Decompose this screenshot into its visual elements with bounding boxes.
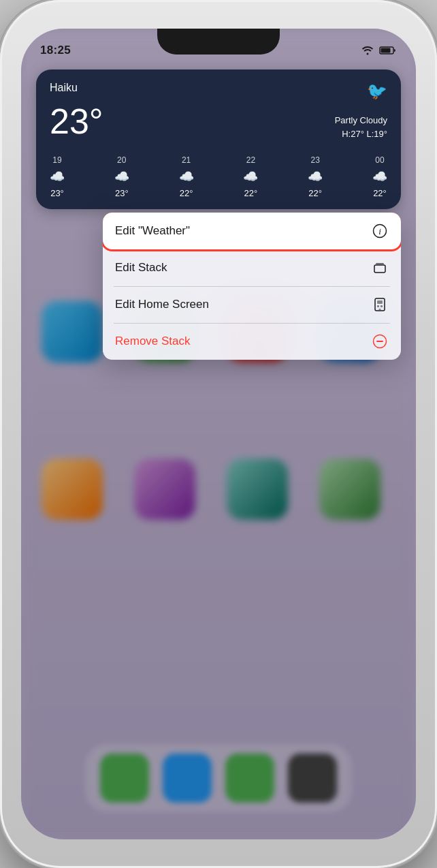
menu-item-edit-weather-label: Edit "Weather" xyxy=(115,224,190,238)
battery-icon xyxy=(379,46,397,55)
forecast-item-4: 23 ☁️ 22° xyxy=(308,155,323,198)
svg-rect-4 xyxy=(374,265,385,273)
menu-item-edit-stack[interactable]: Edit Stack xyxy=(103,249,401,286)
phone-screen: 18:25 Haiku 🐦 xyxy=(21,29,416,839)
widget-condition-info: Partly Cloudy H:27° L:19° xyxy=(335,114,387,140)
forecast-item-5: 00 ☁️ 22° xyxy=(372,155,387,198)
widget-temp-row: 23° Partly Cloudy H:27° L:19° xyxy=(50,104,387,140)
forecast-temp-5: 22° xyxy=(373,188,387,198)
forecast-hour-5: 00 xyxy=(375,155,384,165)
forecast-temp-4: 22° xyxy=(308,188,322,198)
info-icon: i xyxy=(371,222,389,240)
widget-high-low: H:27° L:19° xyxy=(335,127,387,141)
forecast-hour-2: 21 xyxy=(182,155,191,165)
phone-frame: 18:25 Haiku 🐦 xyxy=(0,0,437,868)
menu-item-remove-stack[interactable]: Remove Stack xyxy=(103,323,401,360)
forecast-hour-3: 22 xyxy=(246,155,255,165)
svg-text:i: i xyxy=(378,226,381,236)
forecast-hour-4: 23 xyxy=(311,155,320,165)
svg-rect-10 xyxy=(379,309,381,310)
status-time: 18:25 xyxy=(40,44,71,57)
menu-item-edit-weather[interactable]: Edit "Weather" i xyxy=(103,213,401,249)
widget-bird-icon: 🐦 xyxy=(367,82,387,101)
forecast-hour-0: 19 xyxy=(52,155,61,165)
svg-rect-1 xyxy=(381,48,391,53)
homescreen-icon xyxy=(371,296,389,313)
widget-condition: Partly Cloudy xyxy=(335,114,387,127)
widget-temperature: 23° xyxy=(50,104,103,139)
widget-forecast: 19 ☁️ 23° 20 ☁️ 23° 21 ☁️ 22° 22 ☁️ xyxy=(50,150,387,198)
menu-item-edit-homescreen[interactable]: Edit Home Screen xyxy=(103,286,401,323)
svg-rect-7 xyxy=(377,300,383,304)
context-menu: Edit "Weather" i Edit Stack xyxy=(103,213,401,360)
forecast-item-0: 19 ☁️ 23° xyxy=(50,155,65,198)
forecast-hour-1: 20 xyxy=(117,155,126,165)
svg-rect-9 xyxy=(381,305,383,307)
menu-item-edit-stack-label: Edit Stack xyxy=(115,261,167,275)
stack-icon xyxy=(371,259,389,277)
notch xyxy=(157,29,280,55)
wifi-icon xyxy=(361,46,374,55)
remove-icon xyxy=(371,332,389,350)
widget-city: Haiku xyxy=(50,82,78,94)
status-icons xyxy=(361,46,397,55)
svg-rect-5 xyxy=(376,263,384,264)
menu-item-remove-stack-label: Remove Stack xyxy=(115,335,191,348)
forecast-item-2: 21 ☁️ 22° xyxy=(179,155,194,198)
svg-rect-6 xyxy=(375,298,385,311)
menu-item-edit-homescreen-label: Edit Home Screen xyxy=(115,298,209,311)
forecast-temp-2: 22° xyxy=(180,188,193,198)
forecast-temp-0: 23° xyxy=(50,188,64,198)
forecast-temp-3: 22° xyxy=(244,188,258,198)
forecast-item-1: 20 ☁️ 23° xyxy=(114,155,129,198)
forecast-temp-1: 23° xyxy=(115,188,129,198)
widget-header: Haiku 🐦 xyxy=(50,82,387,101)
forecast-item-3: 22 ☁️ 22° xyxy=(243,155,258,198)
svg-rect-8 xyxy=(377,305,379,307)
weather-widget[interactable]: Haiku 🐦 23° Partly Cloudy H:27° L:19° 19 xyxy=(36,69,401,209)
